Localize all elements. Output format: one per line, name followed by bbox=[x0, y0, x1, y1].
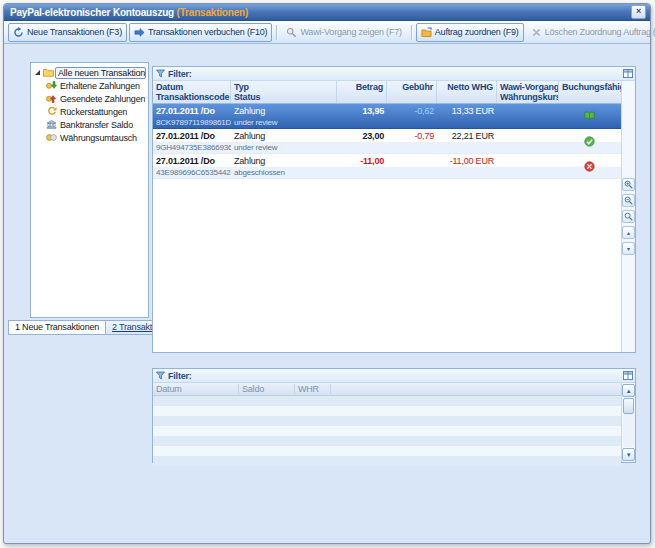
scrollbar-thumb[interactable] bbox=[623, 398, 634, 414]
assign-order-label: Auftrag zuordnen (F9) bbox=[435, 27, 519, 37]
grid-header: DatumTransaktionscode TypStatus Betrag G… bbox=[153, 81, 621, 104]
column-chooser-icon[interactable] bbox=[623, 69, 633, 78]
scroll-down-button[interactable]: ▼ bbox=[622, 448, 635, 461]
window-title-suffix: (Transaktionen) bbox=[177, 7, 248, 18]
delete-assignment-label: Löschen Zuordnung Auftrag (F4) bbox=[545, 27, 655, 37]
new-transactions-button[interactable]: Neue Transaktionen (F3) bbox=[8, 23, 127, 42]
filter-band[interactable]: Filter: bbox=[153, 369, 635, 383]
sent-payments-icon bbox=[46, 94, 57, 103]
tree-item-label: Erhaltene Zahlungen bbox=[60, 81, 140, 91]
scrollbar-track[interactable] bbox=[623, 398, 634, 447]
row-gebuehr: -0,62 bbox=[387, 106, 437, 116]
zoom-in-icon[interactable] bbox=[622, 178, 635, 191]
empty-row bbox=[153, 456, 621, 466]
folder-icon bbox=[43, 68, 54, 77]
toolbar-separator bbox=[276, 25, 277, 40]
column-header-wawi-vorgang[interactable]: Wawi-VorgangWährungskurs bbox=[497, 81, 559, 103]
transactions-grid: Filter: DatumTransaktionscode TypStatus … bbox=[152, 66, 636, 353]
coins-icon bbox=[46, 133, 57, 142]
window-title: PayPal-elektronischer Kontoauszug (Trans… bbox=[10, 7, 248, 18]
empty-row bbox=[153, 436, 621, 446]
scroll-up-button[interactable]: ▲ bbox=[622, 384, 635, 397]
row-typ: Zahlung bbox=[231, 106, 337, 116]
transaction-row[interactable]: 27.01.2011 /Do Zahlung 23,00 -0,79 22,21… bbox=[153, 129, 621, 154]
expander-icon[interactable] bbox=[35, 70, 40, 75]
column-header-saldo[interactable]: Saldo bbox=[239, 384, 295, 394]
row-datum: 27.01.2011 /Do bbox=[153, 131, 231, 141]
row-status: abgeschlossen bbox=[231, 168, 337, 177]
tree-item-currency-exchange[interactable]: Währungsumtausch bbox=[31, 131, 148, 144]
refresh-icon bbox=[13, 27, 24, 38]
row-betrag: -11,00 bbox=[337, 156, 387, 166]
assign-order-button[interactable]: Auftrag zuordnen (F9) bbox=[416, 23, 524, 42]
scroll-down-icon[interactable]: ▾ bbox=[622, 242, 635, 255]
filter-label: Filter: bbox=[168, 371, 192, 381]
row-netto: 22,21 EUR bbox=[437, 131, 497, 141]
row-netto: 13,33 EUR bbox=[437, 106, 497, 116]
magnifier-gray-icon bbox=[286, 27, 297, 38]
saldo-grid-header: Datum Saldo WHR bbox=[153, 383, 621, 396]
empty-row bbox=[153, 446, 621, 456]
tree-item-label: Währungsumtausch bbox=[60, 133, 137, 143]
row-typ: Zahlung bbox=[231, 131, 337, 141]
close-button[interactable]: × bbox=[631, 5, 646, 19]
tab-new-transactions[interactable]: 1 Neue Transaktionen bbox=[8, 320, 106, 335]
empty-row bbox=[153, 426, 621, 436]
tree-item-sent-payments[interactable]: Gesendete Zahlungen bbox=[31, 92, 148, 105]
column-header-betrag[interactable]: Betrag bbox=[337, 81, 387, 103]
column-header-buchungsfaehig[interactable]: Buchungsfähig bbox=[559, 81, 621, 103]
row-transaktionscode: 9GH494735E3866936 bbox=[153, 143, 231, 152]
empty-row bbox=[153, 416, 621, 426]
transaction-row[interactable]: 27.01.2011 /Do Zahlung -11,00 -11,00 EUR… bbox=[153, 154, 621, 179]
post-arrow-icon bbox=[134, 27, 145, 38]
column-header-whr[interactable]: WHR bbox=[295, 384, 331, 394]
row-datum: 27.01.2011 /Do bbox=[153, 156, 231, 166]
row-gebuehr: -0,79 bbox=[387, 131, 437, 141]
zoom-out-icon[interactable] bbox=[622, 194, 635, 207]
bank-icon bbox=[46, 120, 57, 129]
column-header-netto-whg[interactable]: Netto WHG bbox=[437, 81, 497, 103]
refund-arrow-icon bbox=[46, 107, 57, 116]
assign-folder-icon bbox=[421, 27, 432, 38]
row-transaktionscode: 43E989696C6535442 bbox=[153, 168, 231, 177]
filter-band[interactable]: Filter: bbox=[153, 67, 635, 81]
tree-item-label: Rückerstattungen bbox=[60, 107, 127, 117]
show-wawi-button: Wawi-Vorgang zeigen (F7) bbox=[281, 23, 406, 42]
scroll-up-icon[interactable]: ▴ bbox=[622, 226, 635, 239]
received-payments-icon bbox=[46, 81, 57, 90]
saldo-scrollbar: ▲ ▼ bbox=[621, 383, 635, 462]
tree-item-all-new-transactions[interactable]: Alle neuen Transaktionen bbox=[31, 66, 148, 79]
new-transactions-label: Neue Transaktionen (F3) bbox=[27, 27, 122, 37]
bookable-book-icon bbox=[584, 111, 595, 123]
column-header-datum[interactable]: Datum bbox=[153, 384, 239, 394]
row-datum: 27.01.2011 /Do bbox=[153, 106, 231, 116]
empty-row bbox=[153, 396, 621, 406]
row-typ: Zahlung bbox=[231, 156, 337, 166]
post-transactions-button[interactable]: Transaktionen verbuchen (F10) bbox=[129, 23, 272, 42]
row-betrag: 23,00 bbox=[337, 131, 387, 141]
titlebar: PayPal-elektronischer Kontoauszug (Trans… bbox=[4, 4, 650, 21]
filter-funnel-icon bbox=[156, 371, 165, 380]
column-chooser-icon[interactable] bbox=[623, 371, 633, 380]
tree-item-bank-transfer-balance[interactable]: Banktransfer Saldo bbox=[31, 118, 148, 131]
column-header-datum[interactable]: DatumTransaktionscode bbox=[153, 81, 231, 103]
row-betrag: 13,95 bbox=[337, 106, 387, 116]
transaction-category-tree: Alle neuen Transaktionen Erhaltene Zahlu… bbox=[30, 62, 149, 318]
row-netto: -11,00 EUR bbox=[437, 156, 497, 166]
post-transactions-label: Transaktionen verbuchen (F10) bbox=[148, 27, 267, 37]
row-status: under review bbox=[231, 118, 337, 127]
column-header-typ[interactable]: TypStatus bbox=[231, 81, 337, 103]
toolbar-separator bbox=[411, 25, 412, 40]
empty-row bbox=[153, 406, 621, 416]
bookable-check-icon bbox=[584, 136, 595, 149]
row-transaktionscode: 8CK9789711989861D bbox=[153, 118, 231, 127]
tree-item-refunds[interactable]: Rückerstattungen bbox=[31, 105, 148, 118]
transaction-row[interactable]: 27.01.2011 /Do Zahlung 13,95 -0,62 13,33… bbox=[153, 104, 621, 129]
search-icon[interactable] bbox=[622, 210, 635, 223]
paypal-statement-window: PayPal-elektronischer Kontoauszug (Trans… bbox=[3, 3, 651, 544]
toolbar: Neue Transaktionen (F3) Transaktionen ve… bbox=[4, 21, 650, 44]
filter-funnel-icon bbox=[156, 69, 165, 78]
tree-item-received-payments[interactable]: Erhaltene Zahlungen bbox=[31, 79, 148, 92]
not-bookable-icon bbox=[584, 161, 595, 174]
column-header-gebuehr[interactable]: Gebühr bbox=[387, 81, 437, 103]
